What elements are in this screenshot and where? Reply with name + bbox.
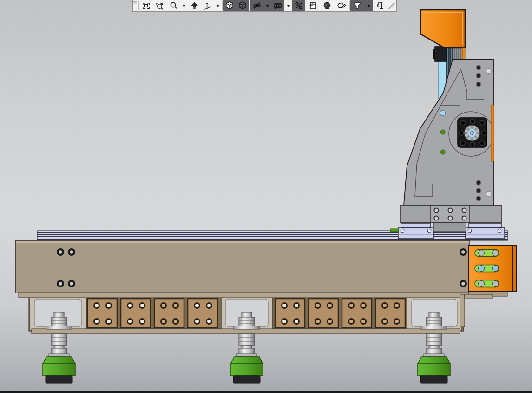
subframe-top-lip — [19, 292, 468, 298]
toolbar-separator — [138, 1, 139, 10]
chevron-down-icon — [266, 5, 269, 7]
stand-button[interactable] — [374, 0, 386, 11]
appearance-dropdown[interactable] — [284, 0, 292, 11]
viewport-floor-edge — [0, 391, 532, 393]
subframe-right-bracket — [460, 294, 465, 327]
section-view-arrow-icon — [190, 1, 199, 10]
slot-1 — [475, 250, 499, 257]
scene-gem-button[interactable] — [320, 0, 334, 11]
eyedropper-icon — [387, 1, 395, 10]
chevron-down-icon — [216, 5, 220, 7]
annotation-axis-button[interactable] — [201, 0, 214, 11]
gantry-column-assembly[interactable] — [401, 10, 501, 232]
linear-rail[interactable] — [37, 231, 508, 240]
linear-carriage-right[interactable] — [466, 224, 505, 239]
eye-slash-icon — [252, 1, 262, 10]
toolbar-separator — [349, 1, 350, 10]
cad-viewport[interactable] — [0, 0, 532, 393]
appearance-camera-icon — [273, 1, 282, 10]
subframe-right-stub — [465, 294, 493, 298]
chevron-down-icon — [367, 5, 371, 7]
notebook-calendar-icon — [308, 1, 317, 10]
display-style-button[interactable] — [236, 0, 249, 11]
orange-side-plate[interactable] — [469, 245, 516, 291]
slot-3 — [475, 280, 499, 287]
motion-button[interactable] — [292, 0, 305, 11]
motor-mount[interactable] — [458, 118, 487, 147]
slot-2 — [475, 265, 499, 272]
toolbar-separator — [374, 1, 374, 10]
gem-icon — [322, 1, 332, 10]
zoom-to-fit-button[interactable] — [139, 0, 152, 11]
axis-arrow-icon — [203, 1, 212, 10]
magnifier-dropdown[interactable] — [180, 0, 188, 11]
motor-block[interactable] — [435, 47, 446, 61]
zoom-to-area-button[interactable] — [152, 0, 165, 11]
heads-up-toolbar[interactable] — [132, 0, 397, 12]
zoom-to-area-icon — [155, 1, 164, 10]
toolbar-drag-grip[interactable] — [133, 0, 138, 11]
column-green-dot-2 — [440, 150, 445, 154]
wireframe-cube-icon — [238, 1, 247, 10]
toolbar-separator — [250, 1, 250, 10]
magnifier-button[interactable] — [167, 0, 180, 11]
chevron-down-icon — [287, 5, 290, 7]
stand-crane-icon — [376, 1, 385, 10]
toolbar-separator — [166, 1, 166, 10]
ribbed-block — [453, 47, 463, 60]
section-view-button[interactable] — [188, 0, 201, 11]
column-orange-strip — [491, 105, 494, 161]
hide-show-items-button[interactable] — [250, 0, 263, 11]
subframe-bottom-lip — [32, 329, 460, 334]
column-blue-dot — [440, 110, 446, 116]
linear-carriage-left[interactable] — [398, 224, 433, 239]
zoom-to-fit-icon — [142, 1, 151, 10]
chevron-down-icon — [182, 5, 186, 7]
view-cube-icon — [225, 1, 234, 10]
filter-button[interactable] — [350, 0, 364, 11]
gem-edit-button[interactable] — [334, 0, 349, 11]
gem-edit-pencil-icon — [337, 1, 346, 10]
toolbar-separator — [222, 1, 223, 10]
orange-top-bracket[interactable] — [420, 10, 465, 48]
view-orientation-button[interactable] — [223, 0, 236, 11]
filter-dropdown[interactable] — [364, 0, 373, 11]
base-beam[interactable] — [15, 240, 507, 296]
base-block-tab — [433, 223, 466, 232]
filter-funnel-icon — [353, 1, 362, 10]
grip-dots-icon — [133, 1, 138, 5]
belt-clamp-green — [390, 229, 399, 232]
percent-dots-icon — [294, 1, 303, 10]
column-green-dot-1 — [440, 130, 445, 134]
annotation-axis-dropdown[interactable] — [214, 0, 222, 11]
eyedropper-button[interactable] — [386, 0, 396, 11]
appearance-button[interactable] — [271, 0, 284, 11]
machine-model[interactable] — [0, 0, 532, 393]
hide-show-items-dropdown[interactable] — [263, 0, 271, 11]
notebook-button[interactable] — [305, 0, 320, 11]
magnifier-icon — [169, 1, 178, 10]
